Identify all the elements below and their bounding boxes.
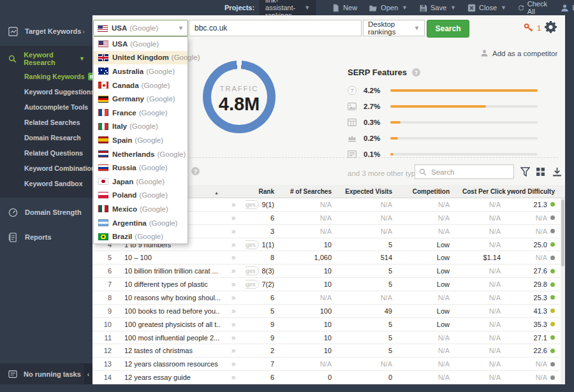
- country-option-italy[interactable]: Italy(Google): [94, 120, 188, 134]
- table-row[interactable]: 610 billion trillion trillion carat ...»…: [92, 265, 565, 278]
- country-option-netherlands[interactable]: Netherlands(Google): [94, 147, 188, 161]
- settings-button[interactable]: [545, 21, 557, 34]
- country-option-brazil[interactable]: Brazil(Google): [94, 229, 188, 243]
- check-all-button[interactable]: Check All: [513, 0, 554, 17]
- open-button[interactable]: Open▼: [364, 2, 412, 14]
- domain-input[interactable]: [189, 20, 362, 36]
- table-row[interactable]: 11100 most influential people 2...»9105N…: [92, 331, 565, 345]
- table-row[interactable]: 10100 greatest physicists of all t...»91…: [92, 318, 565, 331]
- new-button[interactable]: New: [327, 2, 362, 14]
- expand-row-button[interactable]: »: [220, 320, 246, 329]
- cell-difficulty: 35.3: [507, 321, 561, 328]
- sidebar-item-keyword-sandbox[interactable]: Keyword Sandbox: [0, 176, 92, 191]
- cell-rank: 6: [246, 294, 281, 301]
- save-button[interactable]: Save▼: [415, 2, 460, 14]
- filter-button[interactable]: [520, 167, 531, 177]
- chart-square-icon: [8, 27, 18, 36]
- add-competitor-link[interactable]: Add as a competitor: [480, 49, 557, 57]
- sidebar-item-label: Keyword Research: [24, 51, 79, 66]
- expand-row-button[interactable]: »: [220, 373, 246, 382]
- rankings-mode-select[interactable]: Desktop rankings ▼: [363, 20, 425, 36]
- table-row[interactable]: 1212 tastes of christmas»2105N/AN/A22.6: [92, 344, 565, 358]
- help-circle-icon[interactable]: ?: [412, 68, 420, 76]
- export-button[interactable]: [552, 167, 563, 177]
- sidebar-item-keyword-research[interactable]: Keyword Research ▼: [0, 48, 92, 69]
- country-option-poland[interactable]: Poland(Google): [94, 189, 188, 203]
- country-option-germany[interactable]: Germany(Google): [94, 92, 188, 106]
- header-competition[interactable]: Competition: [399, 188, 456, 195]
- close-button[interactable]: Close▼: [463, 2, 511, 14]
- columns-layout-button[interactable]: [536, 167, 546, 177]
- sidebar-item-target-keywords[interactable]: Target Keywords ›: [0, 20, 92, 42]
- sidebar-item-related-searches[interactable]: Related Searches: [0, 115, 92, 130]
- header-rank[interactable]: Rank: [246, 188, 281, 195]
- scrollbar-thumb[interactable]: [561, 200, 564, 266]
- sidebar-item-keyword-suggestions[interactable]: Keyword Suggestions: [0, 84, 92, 99]
- sidebar-item-keyword-combinations[interactable]: Keyword Combinations: [0, 161, 92, 176]
- license-key-indicator[interactable]: 1: [524, 23, 541, 33]
- country-select-engine: (Google): [129, 24, 158, 32]
- keyword-search-box[interactable]: [415, 164, 514, 179]
- sidebar-item-autocomplete-tools[interactable]: Autocomplete Tools: [0, 99, 92, 115]
- country-option-australia[interactable]: Australia(Google): [94, 64, 188, 78]
- mexico-flag-icon: [98, 205, 108, 212]
- sidebar-item-reports[interactable]: Reports: [0, 226, 92, 248]
- country-option-spain[interactable]: Spain(Google): [94, 133, 188, 147]
- table-scrollbar[interactable]: [561, 198, 565, 384]
- country-option-russia[interactable]: Russia(Google): [94, 161, 188, 175]
- collapse-panel-button[interactable]: ‹: [84, 364, 92, 384]
- expand-row-button[interactable]: »: [220, 200, 246, 209]
- expand-row-button[interactable]: »: [220, 307, 246, 316]
- header-difficulty[interactable]: Keyword Difficulty: [507, 188, 561, 195]
- cell-cpc: N/A: [456, 241, 507, 249]
- sidebar-item-domain-research[interactable]: Domain Research: [0, 130, 92, 145]
- expand-row-button[interactable]: »: [220, 293, 246, 302]
- expand-row-button[interactable]: »: [220, 253, 246, 262]
- cell-rank: ‹ Images9(1): [246, 200, 281, 209]
- sidebar-item-related-questions[interactable]: Related Questions: [0, 145, 92, 161]
- expand-row-button[interactable]: »: [220, 280, 246, 289]
- search-button[interactable]: Search: [427, 20, 469, 38]
- cell-visits: N/A: [338, 201, 399, 208]
- country-option-united-kingdom[interactable]: United Kingdom(Google): [94, 51, 188, 65]
- help-circle-icon[interactable]: ?: [191, 167, 200, 175]
- country-option-argentina[interactable]: Argentina(Google): [94, 216, 188, 230]
- country-select[interactable]: USA (Google) ▼: [93, 20, 188, 36]
- usa-flag-icon: [98, 40, 108, 47]
- keyword-search-input[interactable]: [430, 168, 509, 177]
- sidebar-item-domain-strength[interactable]: Domain Strength: [0, 201, 92, 223]
- expand-row-button[interactable]: »: [220, 240, 246, 249]
- country-name: Italy: [112, 122, 127, 130]
- cell-searches: N/A: [281, 214, 338, 222]
- cell-rank: 9: [246, 334, 281, 342]
- table-row[interactable]: 810 reasons why boxing shoul...»6N/AN/AN…: [92, 291, 565, 305]
- header-visits[interactable]: Expected Visits: [338, 188, 399, 195]
- header-searches[interactable]: # of Searches: [281, 188, 338, 195]
- difficulty-dot: [550, 256, 555, 260]
- table-row[interactable]: 710 different types of plastic»‹ Images7…: [92, 278, 565, 291]
- country-option-usa[interactable]: USA(Google): [94, 37, 188, 51]
- expand-row-button[interactable]: »: [220, 266, 246, 275]
- sidebar-item-label: Keyword Combinations: [24, 164, 99, 172]
- country-option-canada[interactable]: Canada(Google): [94, 78, 188, 92]
- expand-row-button[interactable]: »: [220, 227, 246, 236]
- country-option-japan[interactable]: Japan(Google): [94, 175, 188, 189]
- usa-flag-icon: [98, 25, 108, 32]
- country-engine: (Google): [129, 122, 158, 130]
- expand-row-button[interactable]: »: [220, 214, 246, 222]
- country-option-mexico[interactable]: Mexico(Google): [94, 202, 188, 216]
- cell-competition: N/A: [399, 294, 456, 301]
- expand-row-button[interactable]: »: [220, 346, 246, 355]
- task-status-text: No running tasks: [24, 370, 81, 378]
- header-cpc[interactable]: Cost Per Click: [456, 188, 507, 195]
- sidebar-item-ranking-keywords[interactable]: Ranking KeywordsBETA: [0, 69, 92, 84]
- table-row[interactable]: 1412 years essay guide»600N/AN/AN/A: [92, 371, 565, 384]
- lakewood-button[interactable]: Lakewood▼: [556, 2, 574, 14]
- country-option-france[interactable]: France(Google): [94, 106, 188, 120]
- expand-row-button[interactable]: »: [220, 333, 246, 342]
- table-row[interactable]: 510 – 100»81,060514Low$1.14N/A: [92, 251, 565, 265]
- table-row[interactable]: 9100 books to read before you...»510049L…: [92, 305, 565, 318]
- table-row[interactable]: 1312 years classroom resources»7N/AN/AN/…: [92, 358, 565, 371]
- cell-visits: 5: [338, 347, 399, 354]
- expand-row-button[interactable]: »: [220, 359, 246, 368]
